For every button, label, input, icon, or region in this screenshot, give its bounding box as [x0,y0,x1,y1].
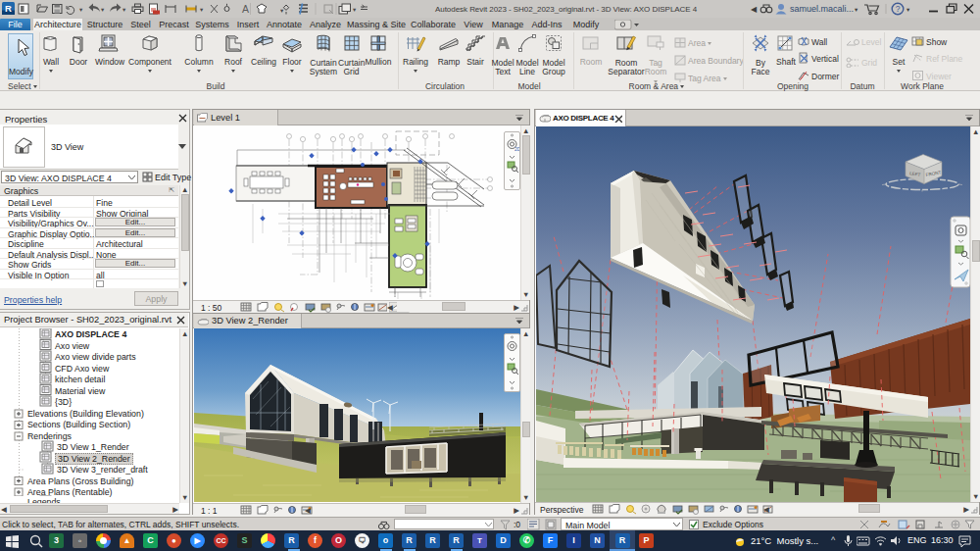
svg-text:▾: ▾ [855,6,858,13]
svg-text:▾: ▾ [353,6,357,13]
svg-text:▾: ▾ [101,6,105,13]
svg-text:2D: 2D [514,146,519,152]
svg-text:▾: ▾ [906,6,910,13]
svg-text:▾: ▾ [200,6,204,13]
svg-text:▾: ▾ [122,6,126,13]
svg-text:?: ? [896,4,901,14]
svg-text:▾: ▾ [79,6,83,13]
svg-text:samuel.macali...: samuel.macali... [790,4,854,14]
svg-text:R: R [5,3,12,14]
svg-text:◀: ◀ [751,5,758,14]
svg-text:A: A [242,3,249,15]
